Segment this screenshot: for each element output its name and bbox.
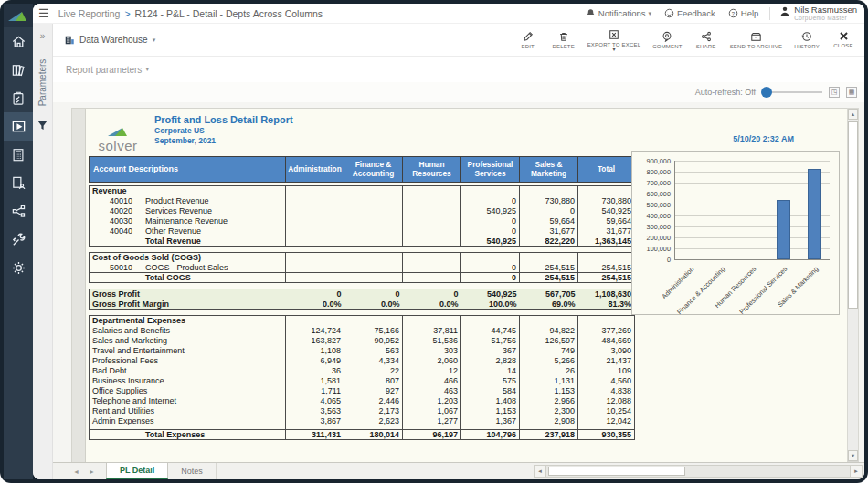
value-cell <box>286 216 344 226</box>
edit-button[interactable]: EDIT <box>516 31 540 49</box>
expand-panel-icon[interactable]: » <box>40 31 46 41</box>
send-to-archive-button[interactable]: SEND TO ARCHIVE <box>730 31 782 49</box>
help-button[interactable]: ? Help <box>728 8 759 18</box>
tab-scroll-right-icon[interactable]: ► <box>89 468 95 475</box>
comment-icon <box>662 31 672 42</box>
sidebar-item-library[interactable] <box>4 56 33 84</box>
user-menu[interactable]: Nils Rasmussen CorpDemo Master <box>779 5 857 21</box>
value-cell: 0 <box>461 196 520 206</box>
archive-icon <box>750 31 762 42</box>
parameters-panel: » Parameters <box>33 24 53 479</box>
value-cell: 37,811 <box>403 326 461 336</box>
value-cell: 0.0% <box>403 299 461 310</box>
sidebar-item-assignments[interactable] <box>4 84 33 112</box>
table-row: +Office Supplies1,7119274635841,1534,838 <box>90 386 635 396</box>
value-cell: 14 <box>461 366 520 376</box>
table-row: Departmental Expenses <box>90 316 635 326</box>
auto-refresh-slider[interactable] <box>762 91 822 93</box>
auto-refresh-knob[interactable] <box>761 87 772 98</box>
value-cell: 2,173 <box>344 406 403 416</box>
share-button[interactable]: SHARE <box>694 31 718 49</box>
vertical-scroll-thumb[interactable] <box>848 121 858 309</box>
tab-scroll-left-icon[interactable]: ◄ <box>73 468 79 475</box>
y-axis-tick-label: 900,000 <box>634 157 671 165</box>
value-cell: 2,623 <box>344 416 403 426</box>
row-label-cell: +Office Supplies <box>90 386 286 396</box>
value-cell: 0 <box>520 206 578 216</box>
tab-notes[interactable]: Notes <box>168 463 217 479</box>
scroll-left-icon[interactable]: ◄ <box>535 466 546 477</box>
value-cell: 12,042 <box>578 416 635 426</box>
table-row: Total Expenses311,431180,01496,197104,79… <box>90 430 635 440</box>
report-period: September, 2021 <box>154 136 293 145</box>
breadcrumb-section[interactable]: Live Reporting <box>58 8 121 19</box>
column-header: Human Resources <box>403 157 461 183</box>
y-axis-line <box>674 161 675 259</box>
close-button[interactable]: CLOSE <box>831 31 855 48</box>
solver-logo-icon[interactable] <box>4 4 33 27</box>
app-window: ☰ Live Reporting > R124 - P&L - Detail -… <box>0 0 868 483</box>
menu-icon[interactable]: ☰ <box>38 6 49 20</box>
comment-button[interactable]: COMMENT <box>652 31 682 49</box>
sidebar-item-live-reporting[interactable] <box>4 112 33 141</box>
sidebar-item-budgeting[interactable] <box>4 141 33 169</box>
value-cell: 540,925 <box>461 206 520 216</box>
scroll-up-icon[interactable]: ▲ <box>848 109 858 120</box>
data-source-dropdown[interactable]: Data Warehouse ▾ <box>64 35 155 46</box>
horizontal-scroll-thumb[interactable] <box>548 467 685 476</box>
value-cell: 51,536 <box>403 336 461 346</box>
value-cell <box>286 273 344 283</box>
grid-view-icon[interactable]: ▦ <box>846 87 857 98</box>
user-name: Nils Rasmussen <box>794 5 857 15</box>
value-cell: 1,131 <box>520 376 578 386</box>
y-axis-tick-label: 0 <box>634 256 671 264</box>
row-label-cell: Total Expenses <box>90 430 286 440</box>
report-parameters-caret-icon: ▾ <box>145 66 149 73</box>
feedback-button[interactable]: Feedback <box>664 8 715 18</box>
vertical-scroll-track[interactable] <box>848 120 858 450</box>
sidebar-item-tools[interactable] <box>4 226 33 254</box>
breadcrumb-separator-icon: > <box>124 8 130 19</box>
value-cell <box>286 263 344 273</box>
export-caret-icon: ▾ <box>612 47 615 51</box>
report-entity: Corporate US <box>154 126 293 135</box>
value-cell <box>286 206 344 216</box>
report-page: solver Profit and Loss Detail Report Cor… <box>71 108 850 462</box>
row-label-cell: 40030Maintenance Revenue <box>90 216 286 226</box>
value-cell: 822,220 <box>520 236 578 247</box>
export-to-excel-button[interactable]: EXPORT TO EXCEL ▾ <box>587 29 641 51</box>
report-table: Account DescriptionsAdministrationFinanc… <box>89 156 637 440</box>
delete-button[interactable]: DELETE <box>552 31 576 49</box>
tab-pl-detail[interactable]: PL Detail <box>106 463 168 479</box>
sidebar-item-integrations[interactable] <box>4 197 33 226</box>
value-cell: 31,677 <box>578 226 635 236</box>
row-label-cell: +Bad Debt <box>90 366 286 376</box>
table-row: Gross Profit Margin0.0%0.0%0.0%100.0%69.… <box>90 299 635 310</box>
report-parameters-toggle[interactable]: Report parameters <box>66 65 142 75</box>
filter-icon[interactable] <box>37 121 48 131</box>
sidebar-item-settings[interactable] <box>4 254 33 282</box>
value-cell: 2,060 <box>403 356 461 366</box>
value-cell: 4,560 <box>578 376 635 386</box>
sidebar <box>4 4 33 479</box>
value-cell: 254,515 <box>520 263 578 273</box>
y-axis-tick-label: 800,000 <box>634 168 671 176</box>
horizontal-scroll-track[interactable] <box>546 466 850 477</box>
value-cell: 0.0% <box>344 299 403 310</box>
row-label-cell: Gross Profit <box>90 289 286 299</box>
notifications-button[interactable]: Notifications▾ <box>586 8 651 18</box>
y-axis-tick-label: 500,000 <box>634 201 671 209</box>
value-cell <box>286 253 344 263</box>
gridline <box>674 248 830 249</box>
popout-icon[interactable]: ◳ <box>829 87 840 98</box>
scroll-down-icon[interactable]: ▼ <box>848 450 858 461</box>
row-label-cell: Revenue <box>90 186 286 196</box>
report-timestamp: 5/10/20 2:32 AM <box>733 134 794 143</box>
value-cell: 0 <box>461 263 520 273</box>
sidebar-item-home[interactable] <box>4 27 33 56</box>
sidebar-item-workflow[interactable] <box>4 169 33 197</box>
x-axis-tick-label: Professional Services <box>727 265 789 326</box>
scroll-right-icon[interactable]: ► <box>850 466 862 477</box>
y-axis-tick-label: 600,000 <box>634 190 671 198</box>
history-button[interactable]: HISTORY <box>794 31 820 49</box>
